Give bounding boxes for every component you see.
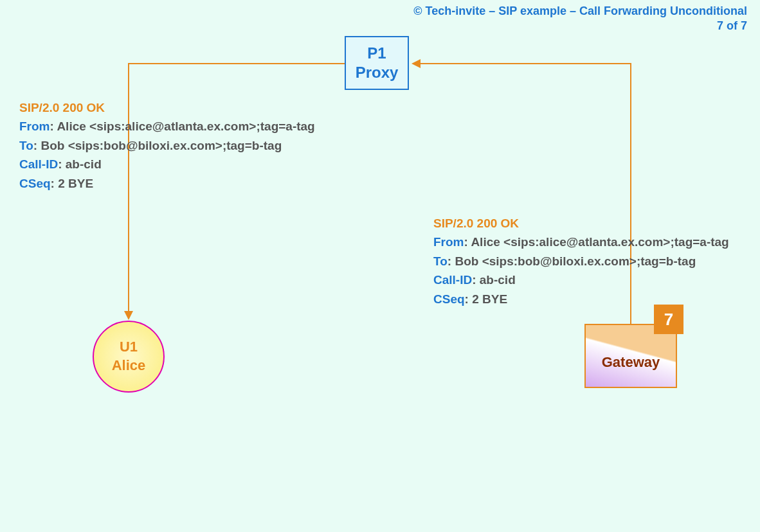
- sip-header-key: To: [433, 254, 448, 268]
- sip-header-key: To: [19, 139, 33, 152]
- sip-header-key: Call-ID: [433, 273, 472, 287]
- sip-header-value: : ab-cid: [472, 273, 516, 287]
- sip-status-line: SIP/2.0 200 OK: [433, 214, 729, 233]
- sip-header-value: : Bob <sips:bob@biloxi.ex.com>;tag=b-tag: [448, 254, 696, 268]
- sip-message-right: SIP/2.0 200 OK From: Alice <sips:alice@a…: [433, 214, 729, 308]
- arrowhead-icon: [412, 59, 421, 68]
- sip-status-line: SIP/2.0 200 OK: [19, 98, 315, 117]
- sip-header-key: CSeq: [433, 292, 465, 306]
- step-badge: 7: [654, 305, 683, 334]
- sip-header-value: : ab-cid: [58, 157, 102, 171]
- sip-header-key: From: [433, 235, 464, 249]
- sip-header-value: : 2 BYE: [465, 292, 508, 306]
- diagram-canvas: © Tech-invite – SIP example – Call Forwa…: [0, 0, 760, 532]
- header-page-number: 7 of 7: [413, 19, 747, 33]
- sip-message-left: SIP/2.0 200 OK From: Alice <sips:alice@a…: [19, 98, 315, 193]
- sip-header-key: From: [19, 120, 50, 133]
- header-copyright: © Tech-invite – SIP example – Call Forwa…: [413, 4, 747, 19]
- sip-header-value: : Alice <sips:alice@atlanta.ex.com>;tag=…: [50, 120, 315, 133]
- sip-header-value: : Alice <sips:alice@atlanta.ex.com>;tag=…: [464, 235, 729, 249]
- sip-header-value: : Bob <sips:bob@biloxi.ex.com>;tag=b-tag: [33, 139, 282, 152]
- sip-header-value: : 2 BYE: [51, 177, 94, 190]
- gateway-label: Gateway: [602, 354, 660, 371]
- sip-header-key: Call-ID: [19, 157, 58, 171]
- u1-alice-node: U1 Alice: [93, 321, 165, 393]
- proxy-line1: P1: [367, 44, 386, 63]
- alice-line2: Alice: [112, 357, 146, 375]
- p1-proxy-node: P1 Proxy: [345, 36, 409, 90]
- alice-line1: U1: [120, 338, 138, 357]
- arrowhead-icon: [124, 311, 133, 320]
- step-number: 7: [664, 310, 673, 330]
- header: © Tech-invite – SIP example – Call Forwa…: [413, 4, 747, 34]
- sip-header-key: CSeq: [19, 177, 51, 190]
- arrow-segment: [419, 63, 631, 64]
- arrow-segment: [129, 63, 345, 64]
- proxy-line2: Proxy: [356, 63, 399, 82]
